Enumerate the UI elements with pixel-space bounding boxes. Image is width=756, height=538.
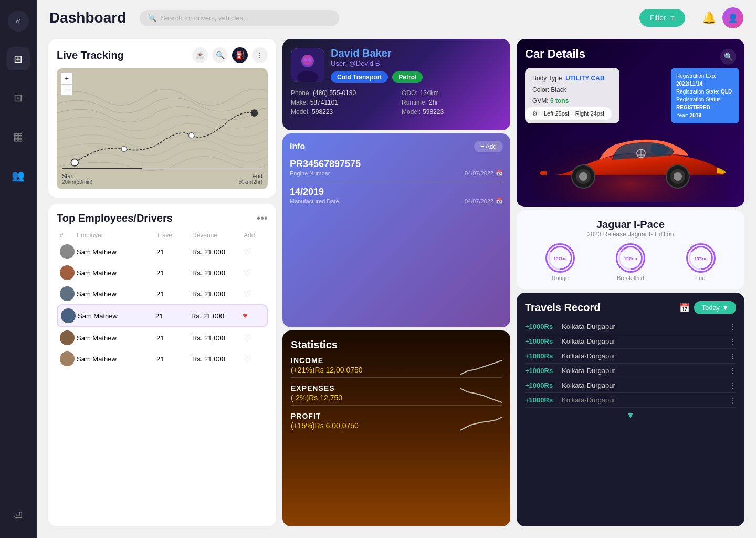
profit-value: (+15%)Rs 6,00,0750 xyxy=(291,421,359,430)
income-label: INCOME xyxy=(291,356,363,365)
today-button[interactable]: Today ▼ xyxy=(694,301,736,314)
sidebar: ♂ ⊞ ⊡ ▦ 👥 ⏎ xyxy=(0,0,37,538)
driver-revenue: Rs. 21,000 xyxy=(192,334,239,342)
sidebar-item-dashboard[interactable]: ⊞ xyxy=(7,47,30,70)
zoom-in-button[interactable]: + xyxy=(61,73,72,84)
svg-point-1 xyxy=(71,159,78,166)
driver-name: Sam Mathew xyxy=(77,248,152,256)
employees-card: Top Employees/Drivers ••• # Employer Tra… xyxy=(48,204,276,526)
break-circle: 157km xyxy=(616,243,645,273)
sidebar-item-users[interactable]: 👥 xyxy=(7,164,30,187)
driver-travel: 21 xyxy=(156,290,188,298)
travel-show-more[interactable]: ▼ xyxy=(525,411,736,420)
sidebar-item-calendar[interactable]: ▦ xyxy=(7,125,30,148)
favorite-icon[interactable]: ♡ xyxy=(244,354,265,364)
sidebar-item-grid[interactable]: ⊡ xyxy=(7,86,30,109)
jaguar-subtitle: 2023 Release Jaguar I- Edition xyxy=(525,231,736,238)
logo-icon: ♂ xyxy=(15,16,22,27)
header: Dashboard 🔍 Search for drivers, vehicles… xyxy=(37,0,756,36)
add-info-button[interactable]: + Add xyxy=(474,141,503,152)
fuel-circle: 157km xyxy=(686,243,716,273)
info-title: Info xyxy=(290,142,305,151)
search-bar[interactable]: 🔍 Search for drivers, vehicles... xyxy=(140,10,339,26)
header-icons: 🔔 👤 xyxy=(702,7,743,28)
jaguar-title: Jaguar I-Pace xyxy=(525,219,736,231)
employees-header: Top Employees/Drivers ••• xyxy=(57,212,268,224)
car-details-card: Car Details 🔍 Body Type: UTILITY CAB Col… xyxy=(517,39,744,207)
driver-avatar xyxy=(60,244,75,259)
travel-amount: +1000Rs xyxy=(525,367,562,375)
travel-row-6: +1000Rs Kolkata-Durgapur ⋮ xyxy=(525,393,736,408)
travel-route-faded: Kolkata-Durgapur xyxy=(562,396,729,404)
end-label: End xyxy=(238,173,262,179)
break-label: Break fluid xyxy=(616,275,645,281)
search-icon-btn[interactable]: 🔍 xyxy=(212,47,228,63)
engine-date: 04/07/2022 xyxy=(465,170,494,177)
end-distance: 50km(2hr) xyxy=(238,179,262,185)
user-avatar[interactable]: 👤 xyxy=(722,7,743,28)
cold-transport-tag: Cold Transport xyxy=(331,71,388,83)
driver-revenue: Rs. 21,000 xyxy=(192,290,239,298)
travels-title: Travels Record xyxy=(525,302,600,314)
travel-more-icon[interactable]: ⋮ xyxy=(729,367,736,375)
calendar-icon: 📅 xyxy=(496,170,503,177)
table-row[interactable]: Sam Mathew 21 Rs. 21,000 ♡ xyxy=(57,283,268,304)
travel-more-icon[interactable]: ⋮ xyxy=(729,396,736,404)
favorite-icon[interactable]: ♡ xyxy=(244,333,265,343)
sidebar-item-logout[interactable]: ⏎ xyxy=(7,504,30,527)
range-circle: 157km xyxy=(545,243,575,273)
driver-name: David Baker xyxy=(331,47,423,59)
show-more-arrow-icon[interactable]: ▼ xyxy=(626,411,635,420)
middle-column: David Baker User: @Devid B. Cold Transpo… xyxy=(279,36,513,530)
live-tracking-card: Live Tracking ☕ 🔍 ⛽ ⋮ + − xyxy=(48,39,276,198)
employees-more-btn[interactable]: ••• xyxy=(257,212,268,224)
favorite-icon[interactable]: ♡ xyxy=(244,268,265,278)
table-row[interactable]: Sam Mathew 21 Rs. 21,000 ♡ xyxy=(57,348,268,369)
notification-bell-icon[interactable]: 🔔 xyxy=(702,11,716,25)
svg-point-4 xyxy=(188,133,194,138)
today-label: Today xyxy=(701,304,720,312)
coffee-icon-btn[interactable]: ☕ xyxy=(192,47,208,63)
travel-more-icon[interactable]: ⋮ xyxy=(729,352,736,360)
profit-chart xyxy=(460,412,502,433)
svg-point-14 xyxy=(579,172,587,181)
mfg-label: Manufactured Date 04/07/2022 📅 xyxy=(290,198,503,204)
filter-button[interactable]: Filter ≡ xyxy=(639,9,685,27)
income-divider xyxy=(291,377,502,378)
table-row[interactable]: Sam Mathew 21 Rs. 21,000 ♡ xyxy=(57,327,268,348)
table-row-highlighted[interactable]: Sam Mathew 21 Rs. 21,000 ♥ xyxy=(57,304,268,327)
range-gauge-svg: 157km xyxy=(547,243,573,273)
travel-more-icon[interactable]: ⋮ xyxy=(729,381,736,389)
zoom-out-button[interactable]: − xyxy=(61,84,72,96)
more-options-btn[interactable]: ⋮ xyxy=(252,47,268,63)
favorite-icon[interactable]: ♡ xyxy=(244,289,265,299)
table-row[interactable]: Sam Mathew 21 Rs. 21,000 ♡ xyxy=(57,262,268,283)
info-divider xyxy=(290,182,503,182)
driver-avatar xyxy=(60,286,75,301)
fuel-icon-btn[interactable]: ⛽ xyxy=(232,47,248,63)
reg-exp: Registration Exp: 2022/11/14 xyxy=(676,72,734,88)
travel-row-3: +1000Rs Kolkata-Durgapur ⋮ xyxy=(525,349,736,364)
car-search-btn[interactable]: 🔍 xyxy=(720,49,736,65)
travel-more-icon[interactable]: ⋮ xyxy=(729,337,736,345)
employees-title: Top Employees/Drivers xyxy=(57,212,173,224)
driver-avatar xyxy=(61,308,76,323)
jaguar-gauges: 157km Range 157km Br xyxy=(525,243,736,281)
travel-more-icon[interactable]: ⋮ xyxy=(729,323,736,330)
table-row[interactable]: Sam Mathew 21 Rs. 21,000 ♡ xyxy=(57,241,268,262)
expenses-chart xyxy=(460,384,502,405)
calendar2-icon: 📅 xyxy=(496,198,503,204)
favorite-icon[interactable]: ♡ xyxy=(244,247,265,257)
travel-amount: +1000Rs xyxy=(525,381,562,389)
reg-status: Registration Status: REGISTERED xyxy=(676,96,734,111)
dashboard-icon: ⊞ xyxy=(14,53,23,65)
grid-icon: ⊡ xyxy=(14,91,23,104)
travel-row-1: +1000Rs Kolkata-Durgapur ⋮ xyxy=(525,319,736,334)
break-gauge-svg: 157km xyxy=(617,243,644,273)
favorite-icon-active[interactable]: ♥ xyxy=(243,311,264,320)
driver-revenue: Rs. 21,000 xyxy=(192,269,239,277)
driver-avatar xyxy=(60,351,75,366)
engine-number-field: PR34567897575 Engine Number 04/07/2022 📅 xyxy=(290,159,503,177)
svg-point-17 xyxy=(674,172,682,181)
statistics-title: Statistics xyxy=(291,339,502,351)
